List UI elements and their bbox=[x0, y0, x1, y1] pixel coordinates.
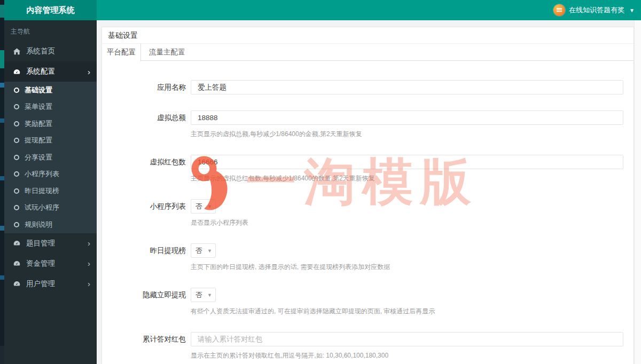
virtual-redpacket-input[interactable] bbox=[191, 155, 623, 169]
sidebar-item-funds-mgmt[interactable]: 资金管理 › bbox=[4, 254, 97, 274]
sidebar-subitem-rules[interactable]: 规则说明 bbox=[4, 216, 97, 233]
field-label: 昨日提现榜 bbox=[102, 243, 191, 272]
sidebar-item-home[interactable]: 系统首页 bbox=[4, 41, 97, 61]
field-help-text: 显示在主页的累计答对领取红包,用逗号隔开,如: 10,30,60,100,180… bbox=[191, 351, 623, 360]
field-label: 应用名称 bbox=[102, 80, 191, 94]
select-value: 否 bbox=[196, 290, 202, 300]
sidebar-item-user-mgmt[interactable]: 用户管理 › bbox=[4, 274, 97, 294]
chevron-right-icon: › bbox=[88, 280, 90, 288]
sidebar-item-label: 系统配置 bbox=[26, 67, 55, 76]
field-label: 虚拟总额 bbox=[102, 110, 191, 139]
field-help-text: 是否显示小程序列表 bbox=[191, 218, 623, 227]
sidebar-subitem-label: 昨日提现榜 bbox=[25, 186, 59, 196]
circle-icon bbox=[14, 121, 19, 126]
sidebar-subitem-trial-miniapp[interactable]: 试玩小程序 bbox=[4, 200, 97, 217]
field-label: 隐藏立即提现 bbox=[102, 288, 191, 316]
sidebar-subitem-label: 分享设置 bbox=[25, 153, 52, 162]
sidebar-subitem-yesterday-rank[interactable]: 昨日提现榜 bbox=[4, 183, 97, 200]
sidebar-subitem-basic-settings[interactable]: 基础设置 bbox=[4, 82, 97, 99]
tabbar: 平台配置 流量主配置 bbox=[102, 44, 634, 61]
user-dropdown[interactable]: 在线知识答题有奖 ▼ bbox=[553, 0, 635, 20]
top-navbar: 在线知识答题有奖 ▼ bbox=[97, 0, 641, 20]
sidebar-item-system-config[interactable]: 系统配置 › bbox=[4, 61, 97, 82]
field-help-text: 有些个人资质无法提审通过的, 可在提审前选择隐藏立即提现的页面, 审核通过后再显… bbox=[191, 306, 623, 316]
field-help-text: 主页显示的虚拟总红包数,每秒减少1/86400的数量,第2天重新恢复 bbox=[191, 173, 623, 183]
gauge-icon bbox=[13, 239, 21, 247]
scrollbar[interactable] bbox=[634, 20, 641, 364]
form-row-virtual-redpacket: 虚拟红包数 主页显示的虚拟总红包数,每秒减少1/86400的数量,第2天重新恢复 bbox=[102, 155, 634, 183]
sidebar-subitem-withdraw-config[interactable]: 提现配置 bbox=[4, 132, 97, 149]
sidebar-item-label: 题目管理 bbox=[26, 239, 55, 248]
sidebar-subitem-label: 小程序列表 bbox=[25, 169, 59, 179]
sidebar-item-label: 用户管理 bbox=[26, 279, 55, 289]
settings-panel: 基础设置 平台配置 流量主配置 应用名称 虚拟总额 主页显示的虚拟总额,每秒减少… bbox=[101, 27, 634, 364]
sidebar-section-label: 主导航 bbox=[4, 20, 97, 41]
chevron-down-icon: ▼ bbox=[207, 204, 212, 209]
sidebar-subitem-label: 试玩小程序 bbox=[25, 203, 59, 212]
field-label: 虚拟红包数 bbox=[102, 155, 191, 183]
sidebar-subitem-label: 规则说明 bbox=[25, 220, 52, 230]
circle-icon bbox=[14, 88, 19, 93]
gauge-icon bbox=[13, 280, 21, 288]
circle-icon bbox=[14, 205, 19, 210]
gauge-icon bbox=[13, 68, 21, 76]
select-value: 否 bbox=[196, 202, 202, 211]
sidebar-subitem-menu-settings[interactable]: 菜单设置 bbox=[4, 99, 97, 116]
gauge-icon bbox=[13, 259, 21, 267]
hide-withdraw-select[interactable]: 否 ▼ bbox=[191, 288, 216, 302]
chevron-down-icon: ▼ bbox=[207, 248, 212, 254]
circle-icon bbox=[14, 138, 19, 143]
field-help-text: 主页下面的昨日提现榜, 选择显示的话, 需要在提现榜列表添加对应数据 bbox=[191, 262, 623, 272]
field-label: 累计答对红包 bbox=[102, 332, 191, 360]
chevron-right-icon: › bbox=[88, 68, 90, 76]
home-icon bbox=[13, 48, 21, 56]
app-logo[interactable]: 内容管理系统 bbox=[4, 0, 97, 20]
sidebar-subitem-label: 奖励配置 bbox=[25, 119, 52, 129]
chevron-down-icon: ▼ bbox=[207, 292, 212, 298]
virtual-total-input[interactable] bbox=[191, 110, 623, 125]
tab-ad-config[interactable]: 流量主配置 bbox=[141, 44, 193, 60]
tab-platform-config[interactable]: 平台配置 bbox=[102, 44, 141, 61]
yesterday-rank-select[interactable]: 否 ▼ bbox=[191, 243, 216, 258]
form-row-hide-withdraw: 隐藏立即提现 否 ▼ 有些个人资质无法提审通过的, 可在提审前选择隐藏立即提现的… bbox=[102, 288, 634, 316]
sidebar-item-question-mgmt[interactable]: 题目管理 › bbox=[4, 233, 97, 254]
sidebar-subitem-label: 基础设置 bbox=[25, 85, 52, 95]
form-row-yesterday-rank: 昨日提现榜 否 ▼ 主页下面的昨日提现榜, 选择显示的话, 需要在提现榜列表添加… bbox=[102, 243, 634, 272]
app-window: 内容管理系统 在线知识答题有奖 ▼ 主导航 系统首页 系统配置 › 基础设置 bbox=[0, 0, 641, 364]
sidebar-subitem-label: 提现配置 bbox=[25, 136, 52, 145]
chevron-right-icon: › bbox=[88, 239, 90, 247]
miniapp-list-select[interactable]: 否 ▼ bbox=[191, 199, 216, 213]
form-row-virtual-total: 虚拟总额 主页显示的虚拟总额,每秒减少1/86400的金额,第2天重新恢复 bbox=[102, 110, 634, 139]
user-avatar bbox=[553, 4, 565, 16]
window-edge-strip bbox=[0, 0, 4, 364]
settings-form: 应用名称 虚拟总额 主页显示的虚拟总额,每秒减少1/86400的金额,第2天重新… bbox=[102, 61, 634, 360]
sidebar-subitem-label: 菜单设置 bbox=[25, 102, 52, 112]
app-name-input[interactable] bbox=[191, 80, 623, 94]
field-label: 小程序列表 bbox=[102, 199, 191, 227]
circle-icon bbox=[14, 222, 19, 227]
circle-icon bbox=[14, 188, 19, 194]
form-row-app-name: 应用名称 bbox=[102, 80, 634, 94]
select-value: 否 bbox=[196, 246, 202, 256]
cumulative-redpacket-input[interactable] bbox=[191, 332, 623, 346]
circle-icon bbox=[14, 171, 19, 177]
sidebar-item-label: 资金管理 bbox=[26, 259, 55, 268]
page-title: 基础设置 bbox=[102, 27, 634, 44]
circle-icon bbox=[14, 104, 19, 109]
sidebar-subitem-share-settings[interactable]: 分享设置 bbox=[4, 149, 97, 166]
user-dropdown-label: 在线知识答题有奖 bbox=[569, 5, 624, 15]
form-row-cumulative-redpacket: 累计答对红包 显示在主页的累计答对领取红包,用逗号隔开,如: 10,30,60,… bbox=[102, 332, 634, 360]
sidebar-submenu-system-config: 基础设置 菜单设置 奖励配置 提现配置 分享设置 小程序列表 bbox=[4, 82, 97, 233]
field-help-text: 主页显示的虚拟总额,每秒减少1/86400的金额,第2天重新恢复 bbox=[191, 129, 623, 139]
sidebar-subitem-reward-config[interactable]: 奖励配置 bbox=[4, 115, 97, 132]
form-row-miniapp-list: 小程序列表 否 ▼ 是否显示小程序列表 bbox=[102, 199, 634, 227]
sidebar-nav: 主导航 系统首页 系统配置 › 基础设置 菜单设置 bbox=[4, 20, 97, 364]
circle-icon bbox=[14, 155, 19, 160]
sidebar-item-label: 系统首页 bbox=[26, 46, 55, 56]
sidebar-subitem-miniapp-list[interactable]: 小程序列表 bbox=[4, 166, 97, 183]
chevron-down-icon: ▼ bbox=[629, 7, 635, 13]
chevron-right-icon: › bbox=[88, 259, 90, 267]
